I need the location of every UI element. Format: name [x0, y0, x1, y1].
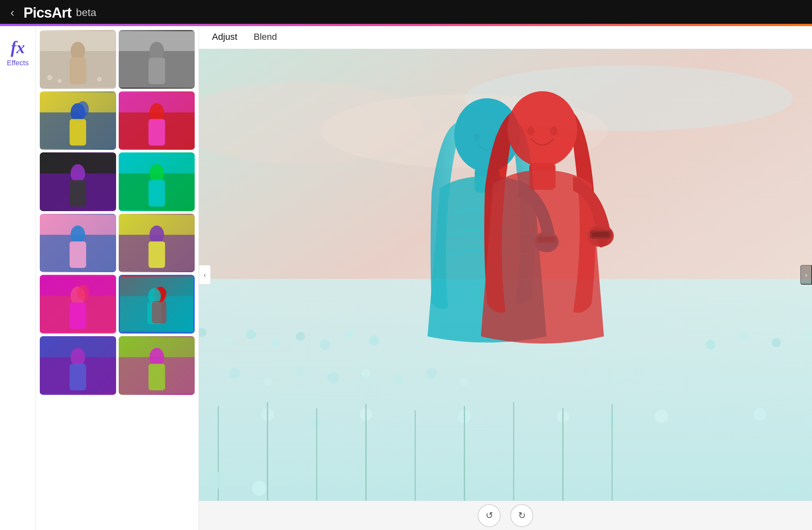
svg-point-26	[149, 164, 164, 183]
effect-thumb-inner	[40, 336, 116, 395]
collapse-panel-button[interactable]: ‹	[199, 265, 211, 284]
chevron-right-icon: ›	[805, 271, 808, 279]
tab-adjust[interactable]: Adjust	[212, 32, 237, 43]
svg-point-124	[550, 127, 557, 136]
chevron-left-icon: ‹	[204, 271, 206, 279]
effect-thumb-inner	[119, 152, 195, 211]
effect-thumb-dark-purple[interactable]	[40, 152, 116, 211]
effect-thumb-magenta-pink[interactable]	[40, 275, 116, 334]
effect-thumb-yellow-blue[interactable]	[40, 92, 116, 150]
svg-point-81	[739, 332, 748, 340]
image-preview: ‹	[199, 49, 812, 501]
svg-rect-46	[152, 301, 166, 323]
svg-point-30	[70, 225, 85, 244]
svg-rect-6	[70, 58, 86, 84]
svg-point-118	[507, 92, 577, 167]
expand-right-button[interactable]: ›	[800, 265, 812, 284]
top-tabs: Adjust Blend	[199, 26, 812, 49]
effect-thumb-original[interactable]	[40, 30, 116, 89]
effect-thumb-yellow-purple[interactable]	[119, 214, 195, 273]
svg-point-126	[252, 481, 266, 496]
preview-area: Adjust Blend ‹	[199, 26, 812, 530]
svg-point-78	[426, 368, 437, 379]
svg-point-69	[369, 335, 379, 345]
sidebar-icon-panel: fx Effects	[0, 26, 36, 530]
effect-thumb-pink-blue[interactable]	[40, 214, 116, 273]
svg-point-128	[785, 476, 801, 492]
svg-rect-10	[148, 58, 165, 84]
bottom-toolbar: ↺ ↻	[199, 501, 812, 530]
svg-point-68	[345, 330, 353, 338]
svg-point-49	[70, 348, 85, 366]
svg-point-75	[328, 372, 339, 383]
fx-symbol: fx	[11, 39, 25, 56]
effect-thumb-pink-red[interactable]	[119, 92, 195, 150]
svg-rect-19	[148, 119, 165, 145]
svg-point-3	[58, 79, 62, 83]
effect-thumb-bw[interactable]	[119, 30, 195, 89]
svg-rect-54	[148, 364, 165, 390]
svg-point-76	[361, 369, 371, 378]
effect-thumb-blue-purple[interactable]	[40, 336, 116, 395]
logo: PicsArt beta	[24, 4, 96, 21]
svg-point-5	[70, 42, 85, 60]
effect-thumb-red-cyan[interactable]	[119, 275, 195, 334]
fx-label: Effects	[7, 59, 29, 67]
header: ‹ PicsArt beta	[0, 0, 812, 26]
svg-point-82	[772, 338, 781, 347]
effect-thumb-inner	[119, 92, 195, 150]
effect-thumb-inner	[40, 214, 116, 273]
svg-point-4	[97, 77, 102, 82]
effects-grid	[40, 30, 195, 395]
tab-blend[interactable]: Blend	[254, 32, 277, 43]
svg-point-77	[394, 375, 404, 385]
effect-thumb-inner	[40, 30, 116, 89]
svg-point-79	[461, 378, 469, 386]
svg-rect-31	[70, 241, 86, 268]
svg-point-34	[149, 225, 164, 244]
svg-point-64	[246, 329, 256, 339]
svg-point-80	[706, 340, 715, 350]
effect-thumb-inner	[40, 92, 116, 150]
svg-point-125	[210, 472, 226, 488]
svg-point-63	[223, 337, 230, 344]
svg-point-74	[295, 366, 305, 376]
svg-point-66	[296, 332, 305, 341]
svg-point-73	[263, 378, 272, 386]
logo-beta: beta	[76, 6, 96, 18]
effect-thumb-cyan-green[interactable]	[119, 152, 195, 211]
svg-rect-39	[70, 303, 86, 329]
effect-thumb-inner	[119, 336, 195, 395]
fx-effects-button[interactable]: fx Effects	[7, 39, 29, 67]
effect-thumb-inner	[40, 275, 116, 334]
effect-thumb-inner	[119, 214, 195, 273]
effects-panel	[36, 26, 199, 530]
svg-point-123	[527, 127, 535, 136]
svg-point-9	[149, 42, 164, 60]
svg-point-98	[754, 408, 766, 421]
preview-image-container	[199, 49, 812, 501]
main-layout: fx Effects	[0, 26, 812, 530]
effect-thumb-inner	[120, 276, 194, 332]
svg-point-96	[655, 410, 668, 423]
svg-rect-50	[70, 364, 86, 390]
effect-thumb-inner	[119, 30, 195, 89]
svg-rect-122	[592, 232, 609, 237]
svg-point-40	[77, 284, 89, 301]
redo-button[interactable]: ↻	[510, 504, 533, 527]
svg-point-65	[272, 338, 280, 347]
preview-svg	[199, 49, 812, 501]
svg-point-116	[474, 133, 480, 141]
undo-button[interactable]: ↺	[478, 504, 501, 527]
svg-point-67	[320, 339, 330, 350]
svg-point-72	[229, 368, 240, 379]
logo-text: PicsArt	[24, 4, 71, 21]
svg-point-15	[77, 101, 89, 117]
effect-thumb-green-magenta[interactable]	[119, 336, 195, 395]
back-button[interactable]: ‹	[11, 7, 14, 18]
svg-rect-27	[148, 180, 165, 207]
svg-rect-35	[148, 241, 165, 268]
svg-point-2	[47, 75, 52, 80]
svg-point-53	[149, 348, 164, 366]
svg-rect-14	[70, 119, 86, 145]
